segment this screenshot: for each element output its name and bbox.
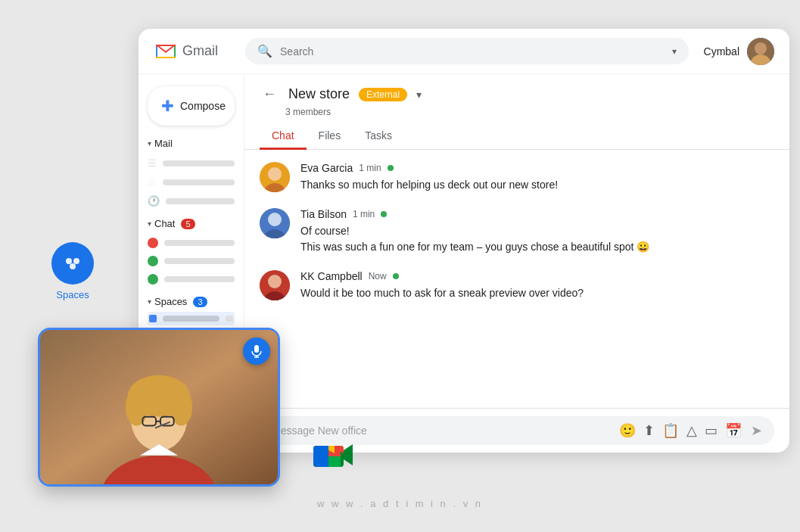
search-input[interactable] — [280, 45, 665, 58]
svg-point-11 — [268, 213, 282, 226]
sender-name: Eva Garcia — [300, 162, 353, 174]
chat-section: ▾ Chat 5 — [139, 215, 244, 290]
send-icon[interactable]: ➤ — [751, 422, 762, 439]
mail-item-2[interactable]: ☆ — [148, 173, 235, 191]
svg-point-0 — [66, 258, 72, 264]
message-item: Eva Garcia 1 min Thanks so much for help… — [260, 162, 774, 193]
message-item: Tia Bilson 1 min Of course!This was such… — [260, 208, 774, 255]
avatar-eva — [260, 162, 290, 192]
tab-tasks[interactable]: Tasks — [353, 123, 404, 150]
mail-item-3[interactable]: 🕐 — [148, 191, 235, 210]
chat-section-header[interactable]: ▾ Chat 5 — [139, 215, 244, 232]
spaces-nav-label: Spaces — [56, 289, 89, 300]
content-area: ← New store External ▾ 3 members Chat Fi… — [244, 74, 789, 453]
message-content: KK Campbell Now Would it be too much to … — [300, 270, 774, 301]
space-dot-icon — [149, 315, 157, 322]
chat-item-line — [164, 240, 235, 246]
gmail-logo: Gmail — [154, 39, 218, 64]
svg-point-14 — [268, 275, 282, 288]
chat-label: Chat — [154, 218, 175, 229]
search-icon: 🔍 — [257, 44, 272, 58]
mail-chevron-icon: ▾ — [148, 139, 151, 148]
sender-name: KK Campbell — [300, 270, 363, 282]
chat-item-icon — [148, 256, 158, 266]
message-text: Thanks so much for helping us deck out o… — [300, 177, 774, 193]
svg-point-5 — [755, 42, 767, 54]
space-item-1[interactable] — [148, 312, 235, 325]
space-title: New store — [288, 86, 350, 102]
calendar-icon[interactable]: 📅 — [725, 422, 742, 439]
message-text: Would it be too much to ask for a sneak … — [300, 285, 774, 301]
input-icons: 🙂 ⬆ 📋 △ ▭ 📅 — [619, 422, 742, 439]
chat-item-line — [164, 276, 235, 282]
watermark: w w w . a d t i m i n . v n — [317, 498, 483, 509]
attach-icon[interactable]: 📋 — [662, 422, 679, 439]
spaces-nav-item[interactable]: Spaces — [51, 242, 94, 300]
chat-item-1[interactable] — [148, 234, 235, 252]
svg-point-1 — [73, 258, 79, 264]
message-time: Now — [369, 271, 387, 282]
external-badge: External — [359, 88, 407, 101]
tab-chat[interactable]: Chat — [260, 123, 307, 150]
compose-plus-icon: ✚ — [161, 97, 174, 115]
mic-active-button[interactable] — [243, 338, 270, 365]
mail-label: Mail — [154, 138, 173, 149]
messages-area: Eva Garcia 1 min Thanks so much for help… — [244, 150, 789, 408]
gmail-title: Gmail — [182, 43, 218, 59]
mail-item-line — [163, 179, 235, 185]
emoji-icon[interactable]: 🙂 — [619, 422, 636, 439]
upload-icon[interactable]: ⬆ — [643, 422, 655, 439]
mail-item-1[interactable]: ☰ — [148, 154, 235, 173]
message-header: Eva Garcia 1 min — [300, 162, 774, 174]
spaces-section-header[interactable]: ▾ Spaces 3 — [139, 293, 244, 310]
drive-icon[interactable]: △ — [686, 422, 697, 439]
mail-section-header[interactable]: ▾ Mail — [139, 135, 244, 152]
message-content: Tia Bilson 1 min Of course!This was such… — [300, 208, 774, 255]
chat-item-line — [164, 258, 235, 264]
spaces-badge: 3 — [193, 297, 207, 307]
top-bar: Gmail 🔍 ▾ Cymbal — [139, 29, 789, 74]
clock-icon: 🕐 — [148, 195, 160, 207]
space-bar-end — [226, 316, 233, 322]
compose-button[interactable]: ✚ Compose — [148, 86, 235, 126]
chat-chevron-icon: ▾ — [148, 219, 151, 228]
tab-files[interactable]: Files — [307, 123, 353, 150]
search-bar[interactable]: 🔍 ▾ — [245, 38, 689, 64]
svg-point-8 — [268, 167, 282, 181]
message-header: Tia Bilson 1 min — [300, 208, 774, 220]
avatar[interactable] — [747, 38, 774, 65]
spaces-label: Spaces — [154, 296, 187, 307]
online-indicator — [393, 273, 399, 279]
online-indicator — [388, 165, 394, 171]
mail-item-line — [166, 198, 235, 204]
search-dropdown-icon[interactable]: ▾ — [672, 46, 677, 57]
chat-item-2[interactable] — [148, 252, 235, 270]
google-meet-logo — [310, 432, 359, 481]
user-name: Cymbal — [704, 45, 739, 58]
svg-point-2 — [70, 263, 76, 269]
inbox-icon: ☰ — [148, 157, 157, 169]
svg-rect-27 — [254, 345, 259, 353]
message-time: 1 min — [353, 209, 375, 219]
back-button[interactable]: ← — [260, 83, 279, 105]
avatar-tia — [260, 208, 290, 238]
space-bar — [163, 316, 219, 322]
message-text: Of course!This was such a fun one for my… — [300, 223, 774, 255]
members-count: 3 members — [244, 105, 789, 123]
user-section: Cymbal — [704, 38, 774, 65]
video-call-overlay — [38, 328, 280, 487]
message-time: 1 min — [359, 163, 381, 173]
chat-item-icon — [148, 238, 158, 248]
space-dropdown-icon[interactable]: ▾ — [416, 89, 422, 101]
space-header: ← New store External ▾ — [244, 74, 789, 105]
message-item: KK Campbell Now Would it be too much to … — [260, 270, 774, 301]
video-icon[interactable]: ▭ — [705, 422, 718, 439]
tabs: Chat Files Tasks — [244, 123, 789, 150]
spaces-chevron-icon: ▾ — [148, 297, 151, 306]
mail-section: ▾ Mail ☰ ☆ 🕐 — [139, 135, 244, 212]
compose-label: Compose — [180, 100, 226, 112]
chat-badge: 5 — [181, 219, 195, 229]
sender-name: Tia Bilson — [300, 208, 347, 220]
spaces-icon — [51, 242, 94, 285]
chat-item-3[interactable] — [148, 270, 235, 288]
